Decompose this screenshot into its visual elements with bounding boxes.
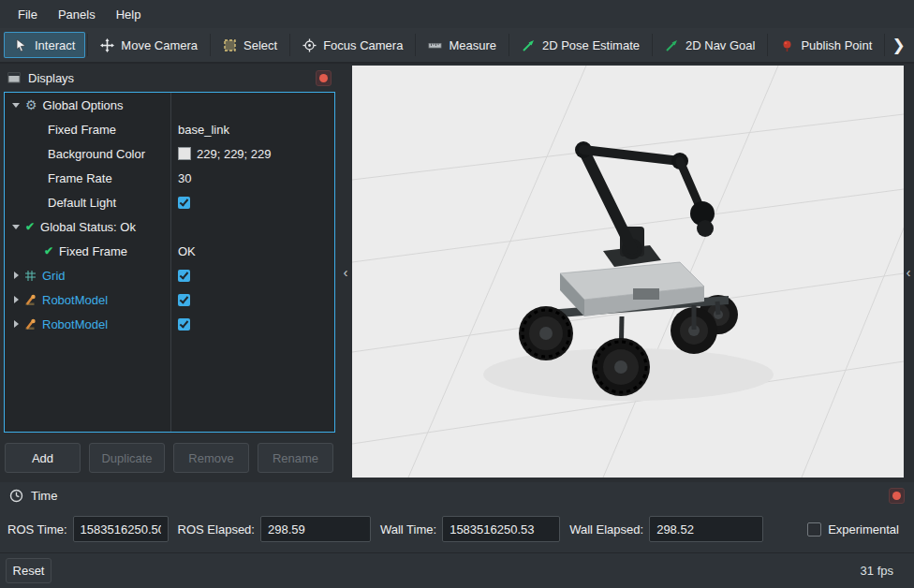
experimental-group: Experimental bbox=[807, 522, 899, 537]
remove-display-button[interactable]: Remove bbox=[173, 443, 249, 473]
chevron-left-icon: ‹ bbox=[907, 264, 911, 280]
reset-button[interactable]: Reset bbox=[6, 558, 52, 583]
collapse-right-panel-handle[interactable]: ‹ bbox=[903, 263, 914, 280]
statusbar: Reset 31 fps bbox=[0, 552, 914, 588]
tree-label: Frame Rate bbox=[48, 171, 112, 185]
wall-elapsed-group: Wall Elapsed: bbox=[569, 516, 763, 542]
menu-file[interactable]: File bbox=[7, 3, 48, 26]
tool-label: 2D Nav Goal bbox=[686, 38, 755, 52]
display-name-robotmodel: RobotModel bbox=[42, 293, 108, 307]
toolbar-overflow-button[interactable]: ❯ bbox=[887, 32, 910, 58]
gear-icon: ⚙ bbox=[25, 98, 37, 111]
robotmodel-1-enabled-checkbox[interactable] bbox=[178, 294, 190, 306]
tree-row-robotmodel-1[interactable]: RobotModel bbox=[5, 287, 334, 312]
displays-tree[interactable]: ⚙ Global Options Fixed Frame base_link B… bbox=[4, 92, 335, 433]
default-light-checkbox[interactable] bbox=[178, 197, 190, 209]
tool-measure[interactable]: Measure bbox=[418, 32, 507, 58]
chevron-left-icon: ‹ bbox=[344, 264, 348, 280]
displays-close-button[interactable] bbox=[316, 70, 332, 86]
frame-rate-value[interactable]: 30 bbox=[178, 171, 191, 185]
tool-select[interactable]: Select bbox=[213, 32, 287, 58]
background-color-value[interactable]: 229; 229; 229 bbox=[197, 147, 272, 161]
ros-elapsed-input[interactable] bbox=[260, 516, 371, 542]
3d-viewport[interactable] bbox=[352, 66, 904, 478]
add-display-button[interactable]: Add bbox=[5, 443, 81, 473]
ros-time-input[interactable] bbox=[73, 516, 169, 542]
experimental-checkbox[interactable] bbox=[807, 522, 821, 537]
tree-row-fixed-frame-status[interactable]: ✔ Fixed Frame OK bbox=[5, 239, 334, 263]
fixed-frame-value[interactable]: base_link bbox=[178, 123, 229, 137]
wall-elapsed-input[interactable] bbox=[649, 516, 763, 542]
tool-focus-camera[interactable]: Focus Camera bbox=[292, 32, 413, 58]
tree-row-background-color[interactable]: Background Color 229; 229; 229 bbox=[5, 141, 334, 166]
rviz-window: File Panels Help Interact Move Camera Se… bbox=[0, 0, 914, 588]
tool-2d-pose-estimate[interactable]: 2D Pose Estimate bbox=[511, 32, 650, 58]
robot-icon bbox=[24, 318, 37, 331]
status-ok-icon: ✔ bbox=[44, 245, 53, 257]
duplicate-display-button[interactable]: Duplicate bbox=[89, 443, 165, 473]
grid-icon bbox=[24, 270, 37, 282]
toolbar-separator bbox=[87, 34, 88, 56]
ros-time-label: ROS Time: bbox=[7, 522, 67, 537]
tree-row-default-light[interactable]: Default Light bbox=[5, 190, 334, 214]
toolbar-separator bbox=[415, 34, 416, 56]
tree-row-frame-rate[interactable]: Frame Rate 30 bbox=[5, 166, 334, 190]
toolbar-separator bbox=[652, 34, 653, 56]
tree-row-global-status[interactable]: ✔ Global Status: Ok bbox=[5, 214, 334, 239]
tree-row-robotmodel-2[interactable]: RobotModel bbox=[5, 312, 334, 336]
display-name-grid: Grid bbox=[42, 269, 66, 283]
tool-label: Move Camera bbox=[121, 38, 198, 52]
toolbar-separator bbox=[289, 34, 290, 56]
displays-panel-icon bbox=[7, 71, 21, 84]
tool-publish-point[interactable]: Publish Point bbox=[770, 32, 882, 58]
expander-closed-icon[interactable] bbox=[14, 320, 19, 328]
wall-time-input[interactable] bbox=[442, 516, 560, 542]
publish-point-icon bbox=[780, 38, 794, 52]
expander-closed-icon[interactable] bbox=[14, 296, 19, 303]
select-box-icon bbox=[223, 38, 237, 52]
tool-label: Publish Point bbox=[801, 38, 872, 52]
time-panel-header[interactable]: Time bbox=[0, 482, 914, 508]
displays-panel-title: Displays bbox=[28, 71, 74, 85]
tool-interact[interactable]: Interact bbox=[4, 32, 85, 58]
ros-elapsed-group: ROS Elapsed: bbox=[178, 516, 371, 542]
tree-row-fixed-frame[interactable]: Fixed Frame base_link bbox=[5, 117, 334, 141]
time-fields-row: ROS Time: ROS Elapsed: Wall Time: Wall E… bbox=[0, 513, 914, 545]
tool-label: Interact bbox=[35, 38, 75, 52]
menu-help[interactable]: Help bbox=[106, 3, 152, 26]
wall-elapsed-label: Wall Elapsed: bbox=[569, 522, 643, 537]
status-ok-icon: ✔ bbox=[25, 221, 35, 232]
displays-panel: Displays ⚙ Global Options Fixed Frame ba… bbox=[0, 66, 339, 482]
expander-closed-icon[interactable] bbox=[14, 272, 19, 279]
robot-icon bbox=[24, 294, 37, 306]
toolbar-separator bbox=[210, 34, 211, 56]
tree-label: Background Color bbox=[48, 147, 145, 161]
tree-label: Global Options bbox=[43, 98, 124, 112]
tree-label: Global Status: Ok bbox=[40, 220, 136, 234]
ros-time-group: ROS Time: bbox=[7, 516, 169, 542]
toolbar-separator bbox=[884, 34, 885, 56]
expander-open-icon[interactable] bbox=[12, 225, 20, 229]
time-close-button[interactable] bbox=[889, 488, 905, 504]
color-swatch[interactable] bbox=[178, 147, 191, 160]
menu-panels[interactable]: Panels bbox=[48, 3, 106, 26]
grid-enabled-checkbox[interactable] bbox=[178, 270, 190, 282]
toolbar-separator bbox=[767, 34, 768, 56]
rename-display-button[interactable]: Rename bbox=[258, 443, 333, 473]
tree-row-global-options[interactable]: ⚙ Global Options bbox=[5, 93, 334, 117]
collapse-left-panel-handle[interactable]: ‹ bbox=[340, 263, 351, 280]
displays-button-row: Add Duplicate Remove Rename bbox=[0, 443, 339, 473]
rover-arm bbox=[575, 141, 715, 259]
tool-2d-nav-goal[interactable]: 2D Nav Goal bbox=[655, 32, 765, 58]
displays-panel-header[interactable]: Displays bbox=[0, 66, 339, 90]
wall-time-group: Wall Time: bbox=[380, 516, 560, 542]
tree-row-grid[interactable]: Grid bbox=[5, 263, 334, 287]
expander-open-icon[interactable] bbox=[12, 103, 20, 108]
tree-label: Fixed Frame bbox=[48, 123, 116, 137]
fps-counter: 31 fps bbox=[861, 564, 893, 578]
ros-elapsed-label: ROS Elapsed: bbox=[178, 522, 255, 537]
nav-goal-arrow-icon bbox=[665, 38, 679, 52]
robotmodel-2-enabled-checkbox[interactable] bbox=[178, 318, 190, 331]
tool-move-camera[interactable]: Move Camera bbox=[90, 32, 208, 58]
time-panel-title: Time bbox=[31, 489, 57, 503]
